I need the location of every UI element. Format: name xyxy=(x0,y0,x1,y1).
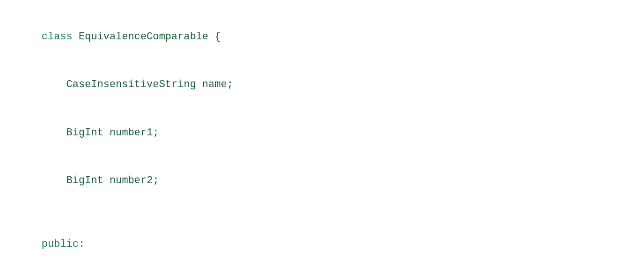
code-line-2: CaseInsensitiveString name; xyxy=(17,61,627,109)
code-line-1: class EquivalenceComparable { xyxy=(17,13,627,61)
blank-line-1 xyxy=(17,205,627,221)
keyword-class: class xyxy=(42,31,79,43)
code-line-4: BigInt number2; xyxy=(17,157,627,205)
code-block: class EquivalenceComparable { CaseInsens… xyxy=(0,0,644,266)
code-line-3: BigInt number1; xyxy=(17,109,627,157)
code-line-6: public: xyxy=(17,221,627,266)
keyword-public: public: xyxy=(42,238,85,250)
